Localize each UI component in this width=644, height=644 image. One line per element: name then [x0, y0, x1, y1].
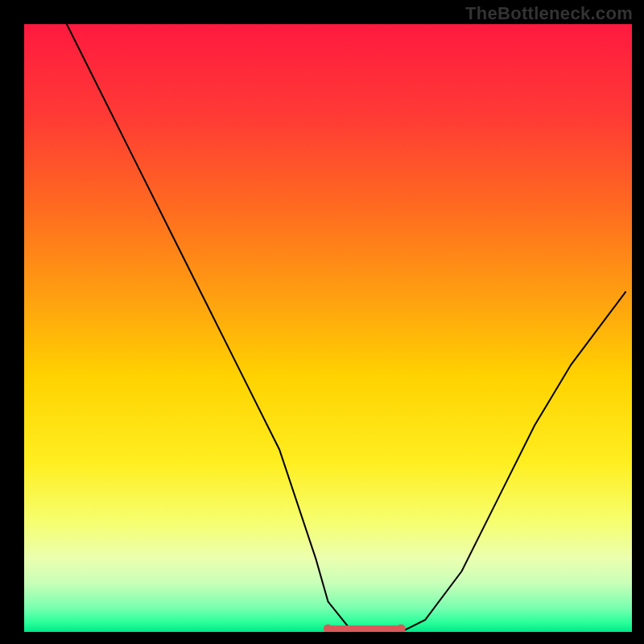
watermark-text: TheBottleneck.com [465, 3, 633, 24]
gradient-background [24, 24, 632, 632]
plot-area [24, 24, 632, 632]
bottleneck-chart [24, 24, 632, 632]
chart-frame: TheBottleneck.com [0, 0, 644, 644]
